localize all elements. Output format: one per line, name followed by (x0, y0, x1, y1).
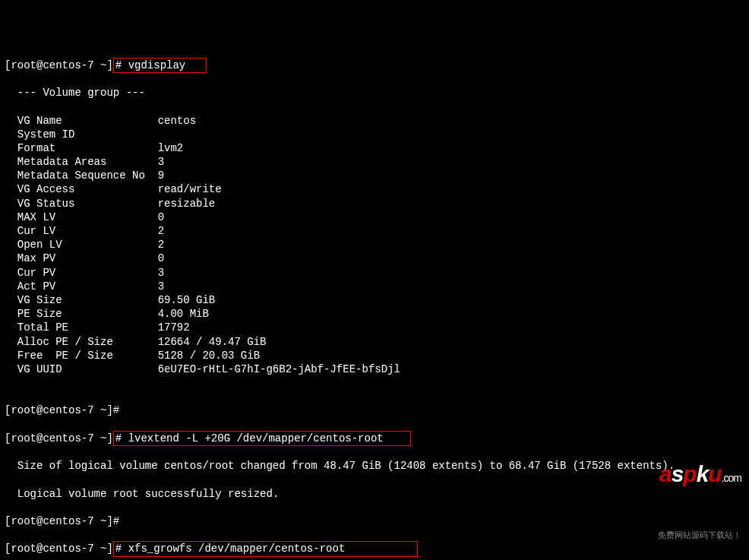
vg-row: Metadata Sequence No 9 (5, 169, 744, 182)
vg-row: VG Name centos (5, 114, 744, 128)
vg-row: MAX LV 0 (5, 210, 744, 224)
vg-table: VG Name centos System ID Format lvm2 Met… (5, 114, 744, 377)
watermark-logo: aspku.com 免费网站源码下载站！ (637, 416, 741, 554)
lvextend-output-2: Logical volume root successfully resized… (5, 487, 744, 501)
vg-row: VG Status resizable (5, 197, 744, 210)
vg-header: --- Volume group --- (5, 86, 744, 100)
vg-row: Total PE 17792 (5, 321, 744, 334)
prompt-line-2: [root@centos-7 ~]# (5, 403, 744, 417)
prompt-line-4: [root@centos-7 ~]# (5, 514, 744, 528)
vg-row: Open LV 2 (5, 238, 744, 252)
vg-row: Alloc PE / Size 12664 / 49.47 GiB (5, 335, 744, 349)
vg-row: Cur PV 3 (5, 266, 744, 280)
cmd-vgdisplay: # vgdisplay (113, 58, 207, 73)
vg-row: Cur LV 2 (5, 224, 744, 238)
vg-row: Format lvm2 (5, 141, 744, 155)
vg-row: System ID (5, 128, 744, 141)
cmd-lvextend: # lvextend -L +20G /dev/mapper/centos-ro… (113, 431, 411, 446)
prompt-line-3: [root@centos-7 ~]# lvextend -L +20G /dev… (5, 432, 744, 445)
prompt-line-5: [root@centos-7 ~]# xfs_growfs /dev/mappe… (5, 542, 744, 555)
vg-row: PE Size 4.00 MiB (5, 307, 744, 321)
vg-row: VG Size 69.50 GiB (5, 293, 744, 307)
vg-row: Act PV 3 (5, 280, 744, 293)
watermark-subtitle: 免费网站源码下载站！ (637, 530, 741, 540)
vg-row: VG UUID 6eU7EO-rHtL-G7hI-g6B2-jAbf-JfEE-… (5, 362, 744, 376)
vg-row: Max PV 0 (5, 252, 744, 265)
prompt-line-1: [root@centos-7 ~]# vgdisplay (5, 59, 744, 72)
vg-row: Free PE / Size 5128 / 20.03 GiB (5, 349, 744, 362)
vg-row: VG Access read/write (5, 182, 744, 196)
cmd-xfs-growfs: # xfs_growfs /dev/mapper/centos-root (113, 541, 418, 556)
lvextend-output-1: Size of logical volume centos/root chang… (5, 459, 744, 473)
vg-row: Metadata Areas 3 (5, 155, 744, 169)
